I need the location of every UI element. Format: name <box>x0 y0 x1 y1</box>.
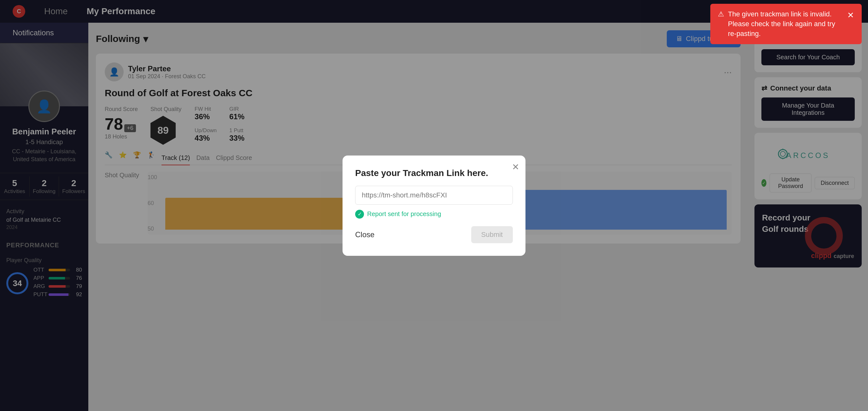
error-close-button[interactable]: ✕ <box>847 9 854 21</box>
trackman-modal: ✕ Paste your Trackman Link here. ✓ Repor… <box>343 156 525 256</box>
error-message: The given trackman link is invalid. Plea… <box>728 9 840 38</box>
success-text: Report sent for processing <box>367 211 441 218</box>
modal-footer: Close Submit <box>355 226 513 243</box>
modal-close-x-button[interactable]: ✕ <box>512 162 519 172</box>
modal-title: Paste your Trackman Link here. <box>355 168 513 178</box>
success-icon: ✓ <box>355 210 364 219</box>
modal-submit-button[interactable]: Submit <box>471 226 513 243</box>
error-banner: ⚠ The given trackman link is invalid. Pl… <box>710 4 862 44</box>
error-icon: ⚠ <box>718 9 724 19</box>
modal-success-message: ✓ Report sent for processing <box>355 210 513 219</box>
modal-overlay: ✕ Paste your Trackman Link here. ✓ Repor… <box>0 0 868 411</box>
trackman-link-input[interactable] <box>355 186 513 205</box>
modal-close-button[interactable]: Close <box>355 230 374 239</box>
